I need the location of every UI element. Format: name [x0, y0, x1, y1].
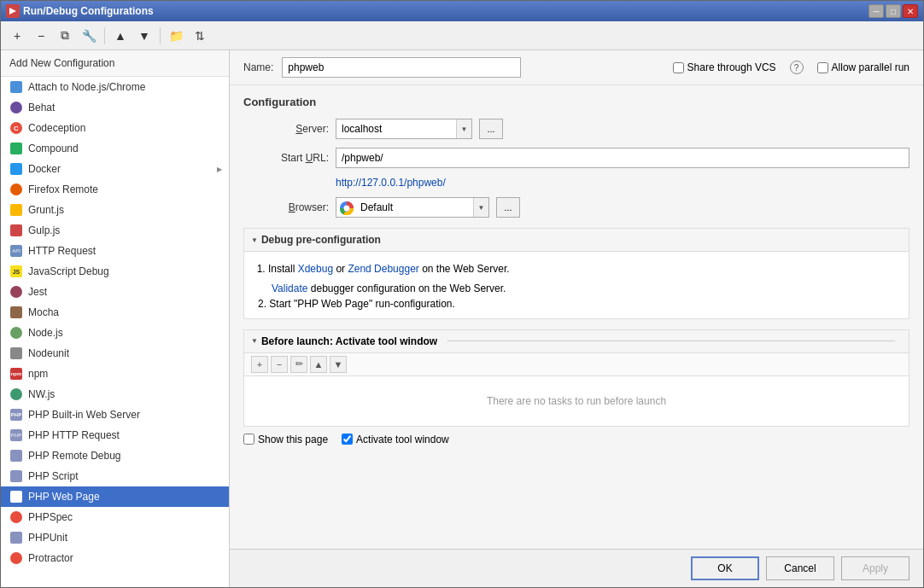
- sidebar-item-behat[interactable]: Behat: [1, 97, 229, 118]
- sidebar-item-codeception[interactable]: C Codeception: [1, 118, 229, 138]
- zend-link[interactable]: Zend Debugger: [348, 263, 418, 275]
- before-launch-title: Before launch: Activate tool window: [261, 335, 437, 347]
- docker-icon: [9, 162, 23, 176]
- phpremote-icon: [9, 449, 23, 463]
- sidebar-item-phpremote[interactable]: PHP Remote Debug: [1, 445, 229, 466]
- help-icon[interactable]: ?: [790, 61, 804, 74]
- svg-text:PHP: PHP: [12, 494, 22, 500]
- browser-dropdown[interactable]: Default ▼: [336, 197, 489, 218]
- ok-button[interactable]: OK: [691, 556, 759, 580]
- remove-button[interactable]: −: [30, 25, 52, 47]
- sidebar-item-mocha[interactable]: Mocha: [1, 302, 229, 323]
- close-button[interactable]: ✕: [903, 4, 918, 18]
- sidebar-item-nw[interactable]: NW.js: [1, 384, 229, 405]
- svg-point-5: [344, 206, 348, 210]
- launch-remove-button[interactable]: −: [271, 356, 288, 373]
- server-ellipsis-button[interactable]: ...: [479, 119, 503, 139]
- sidebar-item-label: Node.js: [28, 327, 63, 339]
- main-panel: Name: Share through VCS ? Allow parallel…: [230, 50, 923, 587]
- sidebar-item-phpspec[interactable]: PHPSpec: [1, 507, 229, 527]
- sidebar-item-attach[interactable]: Attach to Node.js/Chrome: [1, 77, 229, 97]
- sidebar-item-label: PHP Script: [28, 470, 78, 482]
- copy-button[interactable]: ⧉: [54, 25, 76, 47]
- show-page-checkbox[interactable]: [243, 434, 254, 445]
- sidebar-item-gulp[interactable]: Gulp.js: [1, 220, 229, 241]
- launch-up-button[interactable]: ▲: [310, 356, 327, 373]
- sidebar-item-phphttp[interactable]: PHP PHP HTTP Request: [1, 425, 229, 445]
- sidebar-item-label: PHP HTTP Request: [28, 429, 120, 441]
- start-url-row: Start URL:: [243, 148, 909, 168]
- step2-text: 2. Start "PHP Web Page" run-configuratio…: [258, 298, 455, 310]
- start-url-input[interactable]: [336, 148, 909, 168]
- move-down-button[interactable]: ▼: [133, 25, 155, 47]
- sidebar-item-phpweb[interactable]: PHP PHP Web Page: [1, 486, 229, 507]
- http-icon: API: [9, 244, 23, 258]
- sidebar-item-phpscript[interactable]: PHP Script: [1, 466, 229, 486]
- start-url-label: Start URL:: [243, 152, 329, 164]
- sidebar-item-grunt[interactable]: Grunt.js: [1, 200, 229, 220]
- sidebar-item-npm[interactable]: npm npm: [1, 364, 229, 384]
- step1-suffix: on the Web Server.: [419, 263, 510, 275]
- sidebar-item-phpbuilt[interactable]: PHP PHP Built-in Web Server: [1, 405, 229, 425]
- npm-icon: npm: [9, 367, 23, 381]
- apply-button[interactable]: Apply: [841, 556, 909, 580]
- launch-add-button[interactable]: +: [251, 356, 268, 373]
- minimize-button[interactable]: ─: [868, 4, 884, 18]
- window-title: Run/Debug Configurations: [23, 5, 154, 17]
- sidebar-item-protractor[interactable]: Protractor: [1, 548, 229, 568]
- sidebar-item-compound[interactable]: Compound: [1, 138, 229, 159]
- sidebar-item-http[interactable]: API HTTP Request: [1, 241, 229, 261]
- allow-parallel-label: Allow parallel run: [832, 61, 909, 73]
- sidebar-item-jest[interactable]: Jest: [1, 282, 229, 302]
- sidebar-item-jsdebug[interactable]: JS JavaScript Debug: [1, 261, 229, 282]
- launch-down-button[interactable]: ▼: [330, 356, 347, 373]
- name-label: Name:: [243, 61, 273, 73]
- sidebar-item-firefox[interactable]: Firefox Remote: [1, 179, 229, 200]
- grunt-icon: [9, 203, 23, 217]
- activate-window-checkbox[interactable]: [342, 434, 353, 445]
- window-controls: ─ □ ✕: [868, 4, 918, 18]
- sidebar-item-label: Compound: [28, 143, 79, 154]
- checkbox-group: Share through VCS ? Allow parallel run: [673, 61, 909, 74]
- app-icon: [6, 4, 20, 18]
- browser-ellipsis-button[interactable]: ...: [496, 197, 520, 218]
- sidebar-item-phpunit[interactable]: PHPUnit: [1, 527, 229, 548]
- svg-marker-0: [9, 8, 16, 15]
- name-input[interactable]: [282, 57, 521, 78]
- share-vcs-checkbox[interactable]: [673, 62, 684, 73]
- compound-icon: [9, 142, 23, 155]
- sidebar-item-label: Attach to Node.js/Chrome: [28, 81, 145, 93]
- move-up-button[interactable]: ▲: [109, 25, 132, 47]
- server-dropdown[interactable]: localhost ▼: [336, 119, 472, 139]
- config-area: Configuration Server: localhost ▼ ... St…: [230, 85, 923, 549]
- before-launch-header[interactable]: ▼ Before launch: Activate tool window: [243, 329, 909, 352]
- cancel-button[interactable]: Cancel: [766, 556, 834, 580]
- sidebar-item-label: Codeception: [28, 122, 85, 134]
- validate-suffix: debugger configuration on the Web Server…: [307, 282, 506, 294]
- debug-preconfig-header[interactable]: ▼ Debug pre-configuration: [244, 229, 909, 252]
- resolved-url-link[interactable]: http://127.0.0.1/phpweb/: [336, 177, 909, 189]
- sidebar-item-node[interactable]: Node.js: [1, 323, 229, 343]
- sidebar-item-docker[interactable]: Docker: [1, 159, 229, 179]
- sidebar-item-label: HTTP Request: [28, 245, 96, 257]
- phpbuilt-icon: PHP: [9, 408, 23, 422]
- sidebar-item-nodeunit[interactable]: Nodeunit: [1, 343, 229, 364]
- wrench-button[interactable]: 🔧: [78, 25, 100, 47]
- allow-parallel-checkbox[interactable]: [817, 62, 828, 73]
- sidebar-list: Attach to Node.js/Chrome Behat C Codecep…: [1, 77, 229, 587]
- activate-window-label: Activate tool window: [356, 434, 449, 445]
- sidebar: Add New Configuration Attach to Node.js/…: [1, 50, 230, 587]
- sidebar-item-label: PHPUnit: [28, 532, 67, 544]
- xdebug-link[interactable]: Xdebug: [298, 263, 333, 275]
- mocha-icon: [9, 306, 23, 319]
- folder-button[interactable]: 📁: [165, 25, 187, 47]
- launch-edit-button[interactable]: ✏: [290, 356, 307, 373]
- step1-prefix: Install: [268, 263, 298, 275]
- maximize-button[interactable]: □: [886, 4, 901, 18]
- validate-link[interactable]: Validate: [272, 282, 307, 294]
- sort-button[interactable]: ⇅: [189, 25, 211, 47]
- debug-preconfig-body: Install Xdebug or Zend Debugger on the W…: [244, 252, 909, 318]
- main-content: Add New Configuration Attach to Node.js/…: [1, 50, 923, 587]
- add-button[interactable]: +: [6, 25, 28, 47]
- before-launch-separator: [447, 341, 895, 341]
